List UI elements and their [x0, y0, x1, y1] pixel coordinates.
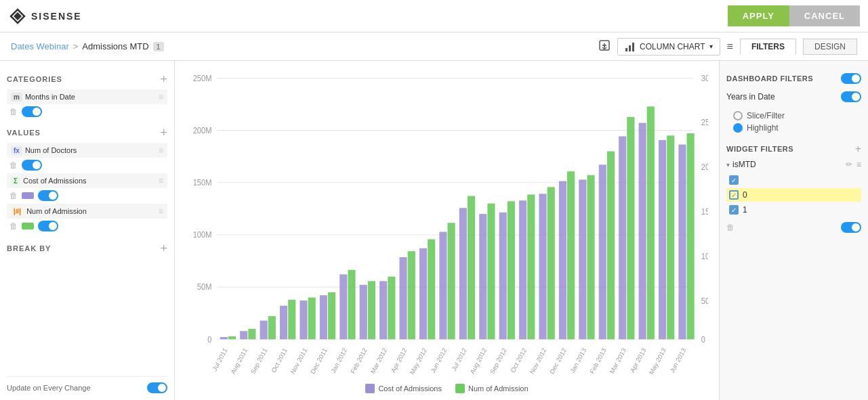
svg-rect-49 — [448, 223, 455, 339]
svg-text:Jan 2013: Jan 2013 — [569, 347, 587, 374]
svg-text:200M: 200M — [193, 126, 212, 135]
checkbox-1[interactable]: ✓ — [729, 205, 739, 215]
color-swatch-purple[interactable] — [22, 192, 34, 199]
svg-rect-40 — [360, 285, 367, 339]
trash-icon[interactable]: 🗑 — [9, 107, 18, 116]
checkbox-all[interactable]: ✓ — [729, 175, 739, 185]
filter-checkbox-1[interactable]: ✓ 1 — [726, 203, 861, 217]
svg-text:May 2013: May 2013 — [648, 347, 667, 376]
values-section-header: VALUES + — [7, 127, 167, 139]
filter-value-0: 0 — [743, 190, 747, 200]
radio-circle-slice[interactable] — [733, 111, 743, 120]
radio-circle-highlight[interactable] — [733, 123, 743, 133]
list-icon[interactable]: ≡ — [856, 160, 861, 169]
ismtd-filter-row: ▾ isMTD ✏ ≡ — [726, 160, 861, 169]
svg-text:0: 0 — [207, 334, 212, 344]
filter-checkbox-0[interactable]: ✓ 0 — [726, 188, 861, 202]
chart-type-selector[interactable]: COLUMN CHART ▾ — [617, 38, 720, 55]
apply-button[interactable]: APPLY — [728, 5, 789, 26]
value-field-row-2: |#| Num of Admission ≡ — [7, 204, 167, 219]
trash-icon[interactable]: 🗑 — [9, 191, 18, 200]
value-controls-1: 🗑 — [7, 190, 167, 201]
widget-filters-add-button[interactable]: + — [855, 143, 861, 154]
svg-text:Sep 2012: Sep 2012 — [489, 347, 508, 375]
checkmark-all: ✓ — [731, 177, 737, 184]
chart-wrapper: 250M 200M 150M 100M 50M 0 300 250 200 15… — [186, 68, 708, 381]
svg-text:0: 0 — [701, 334, 706, 344]
svg-rect-33 — [288, 300, 295, 339]
trash-icon[interactable]: 🗑 — [9, 221, 18, 231]
cancel-button[interactable]: CANCEL — [789, 5, 860, 26]
color-swatch-green[interactable] — [22, 223, 34, 229]
svg-rect-39 — [348, 270, 355, 340]
svg-text:Feb 2012: Feb 2012 — [349, 347, 368, 375]
trash-icon[interactable]: 🗑 — [9, 160, 18, 170]
chevron-down-icon: ▾ — [709, 43, 713, 50]
left-panel: CATEGORIES + m Months in Date ≡ 🗑 VALUES… — [0, 61, 175, 400]
filter-checkbox-all[interactable]: ✓ — [726, 173, 861, 187]
svg-rect-52 — [479, 214, 487, 339]
svg-rect-4 — [625, 48, 627, 51]
svg-rect-41 — [368, 281, 375, 339]
svg-text:150: 150 — [701, 207, 708, 217]
values-add-button[interactable]: + — [160, 127, 167, 139]
svg-text:100: 100 — [701, 252, 708, 261]
field-tag-hash: |#| — [11, 207, 24, 216]
value-toggle-1[interactable] — [38, 190, 58, 201]
dashboard-filters-header: DASHBOARD FILTERS — [726, 73, 861, 84]
categories-add-button[interactable]: + — [160, 73, 167, 85]
svg-text:100M: 100M — [193, 230, 212, 240]
header: SISENSE APPLY CANCEL — [0, 0, 868, 32]
svg-text:Jul 2011: Jul 2011 — [211, 347, 228, 372]
svg-rect-66 — [619, 136, 626, 339]
svg-rect-62 — [579, 179, 586, 339]
breadcrumb-link[interactable]: Dates Webinar — [11, 41, 69, 51]
radio-label-highlight: Highlight — [747, 123, 779, 133]
menu-icon[interactable]: ≡ — [727, 41, 733, 53]
pencil-icon[interactable]: ✏ — [846, 160, 852, 169]
field-tag-sigma: Σ — [11, 177, 20, 185]
filter-toggle[interactable] — [841, 222, 861, 233]
bar-chart-icon — [625, 41, 636, 52]
svg-rect-27 — [228, 336, 236, 339]
svg-rect-48 — [439, 232, 447, 340]
breadcrumb-separator: > — [73, 41, 79, 51]
logo-text: SISENSE — [31, 11, 82, 22]
svg-text:250: 250 — [701, 117, 708, 127]
svg-rect-31 — [268, 316, 276, 339]
value-toggle-2[interactable] — [38, 221, 58, 231]
categories-toggle[interactable] — [22, 106, 42, 117]
radio-slice-filter[interactable]: Slice/Filter — [733, 111, 861, 120]
svg-rect-45 — [408, 251, 415, 339]
value-field-row-1: Σ Cost of Admissions ≡ — [7, 173, 167, 188]
break-by-add-button[interactable]: + — [160, 242, 167, 254]
categories-field-name: Months in Date — [25, 93, 156, 101]
years-in-date-toggle[interactable] — [841, 91, 861, 102]
dashboard-filters-toggle[interactable] — [841, 73, 861, 84]
filter-trash-icon[interactable]: 🗑 — [726, 223, 735, 232]
export-icon[interactable] — [598, 39, 611, 54]
legend-label-purple: Cost of Admissions — [378, 384, 442, 393]
breadcrumb-current: Admissions MTD — [82, 41, 148, 51]
radio-label-slice: Slice/Filter — [747, 111, 785, 120]
checkbox-0[interactable]: ✓ — [729, 190, 739, 200]
tab-filters[interactable]: FILTERS — [740, 39, 796, 55]
svg-rect-69 — [647, 106, 655, 339]
value-toggle-0[interactable] — [22, 160, 42, 171]
ismtd-label: isMTD — [732, 160, 756, 169]
svg-text:Mar 2013: Mar 2013 — [608, 347, 627, 375]
svg-rect-35 — [308, 298, 316, 340]
footer-toggle[interactable] — [147, 382, 167, 393]
years-in-date-row: Years in Date — [726, 89, 861, 104]
breadcrumb-actions: COLUMN CHART ▾ ≡ FILTERS DESIGN — [598, 38, 857, 55]
filter-edit-icons: ✏ ≡ — [846, 160, 861, 169]
radio-highlight[interactable]: Highlight — [733, 123, 861, 133]
svg-text:Sep 2011: Sep 2011 — [249, 347, 269, 375]
categories-section-header: CATEGORIES + — [7, 73, 167, 85]
categories-title: CATEGORIES — [7, 75, 62, 83]
svg-text:Nov 2012: Nov 2012 — [529, 347, 548, 375]
svg-rect-5 — [629, 45, 631, 51]
svg-text:Jun 2013: Jun 2013 — [668, 347, 687, 374]
tab-design[interactable]: DESIGN — [803, 39, 857, 55]
main-layout: CATEGORIES + m Months in Date ≡ 🗑 VALUES… — [0, 61, 868, 400]
